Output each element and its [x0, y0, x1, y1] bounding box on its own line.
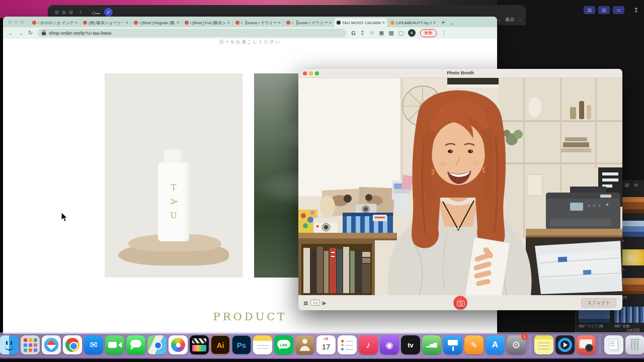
pages-glyph: ✎ [470, 340, 477, 350]
dock-launchpad-icon[interactable] [21, 335, 40, 354]
sidepanel-icon[interactable]: ▣ [379, 30, 384, 36]
mail-glyph: ✉ [90, 339, 97, 350]
tab-close-icon[interactable]: × [382, 20, 385, 25]
webcam-video [298, 78, 622, 295]
tab-strip: / ポロロッカ インティメ×(例) 吸水ショーツ・ハイウ×/ [Rine'] R… [3, 17, 497, 27]
share-icon[interactable]: ↥ [633, 7, 638, 14]
dock-podcasts-icon[interactable]: ◉ [380, 335, 399, 354]
tab-close-icon[interactable]: × [227, 20, 230, 25]
appstore-glyph: A [492, 340, 498, 350]
view-menu[interactable]: 表示 [505, 17, 514, 23]
tab-close-icon[interactable]: × [278, 20, 281, 25]
browser-tab-8[interactable]: LIFE&BEAUTY by JUN× [387, 18, 438, 27]
dock-photobooth-icon[interactable] [577, 335, 596, 354]
dock-pages-icon[interactable]: ✎ [464, 335, 484, 354]
still-photo-mode-icon[interactable]: ▭ [310, 300, 320, 306]
bookmark-star-icon[interactable]: ☆ [369, 30, 374, 36]
dock-safari-icon[interactable] [42, 335, 61, 354]
dock-appstore-icon[interactable]: A [486, 335, 505, 354]
google-icon[interactable]: G [351, 30, 356, 36]
browser-tab-2[interactable]: (例) 吸水ショーツ・ハイウ× [80, 18, 131, 27]
tab-close-icon[interactable]: × [177, 20, 179, 25]
tab-group-icon[interactable]: ▢ [398, 30, 404, 36]
dock-messages-icon[interactable] [126, 335, 145, 354]
photo-booth-window: Photo Booth [298, 69, 622, 310]
photoshop-glyph: Ps [237, 341, 246, 349]
url-text: shop-order.net/lp?u=tau-base [49, 30, 111, 36]
dock-finalcut-icon[interactable] [190, 335, 209, 354]
dock-quicktime-icon[interactable] [555, 335, 575, 354]
dock-chrome-icon[interactable] [63, 335, 82, 354]
share-icon[interactable]: ↥ [360, 30, 365, 36]
dock-files-icon[interactable] [604, 335, 623, 354]
camera-shutter-button[interactable] [454, 296, 467, 310]
download-icon[interactable]: ↓ [79, 8, 82, 15]
dock-line-icon[interactable]: LINE [274, 335, 293, 354]
dock-numbers-icon[interactable]: ▂▅▇ [422, 335, 441, 354]
last-photo-mode-icon[interactable]: ▦ [303, 300, 308, 306]
webcam-scene [298, 78, 622, 295]
dock-notes-icon[interactable] [253, 335, 272, 354]
window-title: Photo Booth [298, 70, 622, 75]
bottle-body: T A U [158, 162, 189, 241]
dock-contacts-icon[interactable] [295, 335, 314, 354]
browser-tab-5[interactable]: / 【eume / イウミー】× [232, 18, 283, 27]
settings-glyph: ⚙ [512, 339, 521, 351]
profile-chevron-icon[interactable]: ⌄ [498, 18, 502, 22]
profile-avatar[interactable]: K [408, 29, 416, 37]
tv-glyph: tv [408, 341, 414, 349]
dock-illustrator-icon[interactable]: Ai [211, 335, 230, 354]
extension-badge-icon[interactable]: ✓ [104, 8, 113, 17]
photo-booth-titlebar[interactable]: Photo Booth [298, 69, 622, 78]
back-icon[interactable]: ← [8, 30, 14, 36]
tab-favicon [83, 21, 87, 25]
new-tab-button[interactable]: + [441, 19, 445, 26]
window-traffic-lights[interactable] [8, 20, 12, 24]
browser-tab-3[interactable]: / [Rine'] Regular (吸× [131, 18, 182, 27]
dock-stickies-icon[interactable] [534, 335, 553, 354]
forward-icon[interactable]: → [18, 30, 24, 36]
dock-music-icon[interactable]: ♪ [359, 335, 378, 354]
tab-title: / 【eume / イウミー】 [241, 20, 277, 26]
numbers-glyph: ▂▅▇ [427, 342, 437, 347]
view-chevron-icon[interactable]: ⌄ [518, 18, 522, 22]
menu-dots-icon[interactable]: ⋮ [441, 30, 447, 36]
dock-photoshop-icon[interactable]: Ps [232, 335, 251, 354]
browser-tab-4[interactable]: / [Rine'] Full (吸水シ× [182, 18, 232, 27]
tab-search-chevron-icon[interactable]: ⌄ [450, 21, 454, 26]
tab-favicon [235, 21, 239, 25]
panel-header-icons[interactable]: ▤ ⇄ [624, 183, 640, 188]
address-bar[interactable]: shop-order.net/lp?u=tau-base [37, 29, 347, 37]
dock-tv-icon[interactable]: tv [401, 335, 420, 354]
tab-close-icon[interactable]: × [75, 20, 77, 25]
dock-mail-icon[interactable]: ✉ [84, 335, 103, 354]
background-traffic-lights[interactable] [55, 11, 59, 15]
dock-reminders-icon[interactable] [338, 335, 357, 354]
dock-maps-icon[interactable] [147, 335, 167, 354]
tab-close-icon[interactable]: × [433, 20, 436, 25]
filter-icon[interactable]: ⚌ [613, 6, 624, 14]
dock-keynote-icon[interactable] [443, 335, 462, 354]
dock-trash-icon[interactable] [625, 335, 644, 354]
bottle-letter: U [170, 209, 177, 223]
key-icon[interactable] [92, 12, 96, 15]
browser-tab-7[interactable]: TAU MOIST CALMING× [334, 18, 387, 27]
browser-tab-6[interactable]: / 【eume / イウミー】× [283, 18, 334, 27]
grid-view-icon[interactable]: ▤ [584, 6, 595, 14]
dock-photos-icon[interactable] [169, 335, 188, 354]
tab-close-icon[interactable]: × [126, 20, 128, 25]
tab-close-icon[interactable]: × [329, 20, 332, 25]
bottle-letter: A [167, 199, 181, 205]
dock-calendar-icon[interactable]: 3月17 [316, 335, 336, 354]
list-view-icon[interactable]: ▥ [598, 6, 610, 14]
update-button[interactable]: 更新 [420, 29, 437, 37]
dock-settings-icon[interactable]: ⚙1 [507, 335, 526, 354]
reload-icon[interactable]: ↻ [28, 30, 33, 36]
product-image-bottle[interactable]: T A U [105, 73, 243, 278]
effects-button[interactable]: エフェクト [581, 298, 616, 308]
dock-facetime-icon[interactable] [105, 335, 124, 354]
video-mode-icon[interactable]: ▶ [323, 300, 327, 306]
extensions-icon[interactable]: ▩ [388, 30, 393, 36]
browser-tab-1[interactable]: / ポロロッカ インティメ× [29, 18, 80, 27]
dock-finder-icon[interactable] [0, 335, 19, 354]
